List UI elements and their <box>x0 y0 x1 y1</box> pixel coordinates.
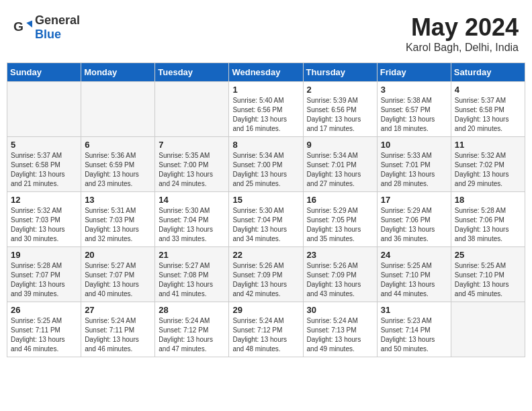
logo-icon: G <box>13 18 32 37</box>
weekday-header: SundayMondayTuesdayWednesdayThursdayFrid… <box>7 63 525 82</box>
day-info: Sunrise: 5:26 AM Sunset: 7:09 PM Dayligh… <box>307 261 373 299</box>
calendar-day-cell: 10Sunrise: 5:33 AM Sunset: 7:01 PM Dayli… <box>377 137 451 192</box>
calendar-day-cell: 12Sunrise: 5:32 AM Sunset: 7:03 PM Dayli… <box>7 192 81 247</box>
day-info: Sunrise: 5:37 AM Sunset: 6:58 PM Dayligh… <box>11 151 77 189</box>
calendar-day-cell: 14Sunrise: 5:30 AM Sunset: 7:04 PM Dayli… <box>155 192 229 247</box>
day-info: Sunrise: 5:33 AM Sunset: 7:01 PM Dayligh… <box>381 151 447 189</box>
day-number: 7 <box>159 140 225 150</box>
day-info: Sunrise: 5:28 AM Sunset: 7:07 PM Dayligh… <box>11 261 77 299</box>
day-info: Sunrise: 5:25 AM Sunset: 7:10 PM Dayligh… <box>455 261 521 299</box>
day-info: Sunrise: 5:25 AM Sunset: 7:11 PM Dayligh… <box>11 316 77 354</box>
day-info: Sunrise: 5:34 AM Sunset: 7:00 PM Dayligh… <box>232 151 299 189</box>
calendar-day-cell: 17Sunrise: 5:29 AM Sunset: 7:06 PM Dayli… <box>377 192 451 247</box>
day-number: 21 <box>159 250 225 260</box>
day-number: 6 <box>85 140 151 150</box>
calendar: SundayMondayTuesdayWednesdayThursdayFrid… <box>7 62 525 357</box>
calendar-day-cell: 28Sunrise: 5:24 AM Sunset: 7:12 PM Dayli… <box>155 302 229 357</box>
calendar-day-cell: 1Sunrise: 5:40 AM Sunset: 6:56 PM Daylig… <box>229 82 303 137</box>
day-number: 5 <box>11 140 77 150</box>
day-info: Sunrise: 5:23 AM Sunset: 7:14 PM Dayligh… <box>381 316 447 354</box>
calendar-day-cell: 30Sunrise: 5:24 AM Sunset: 7:13 PM Dayli… <box>303 302 377 357</box>
day-number: 15 <box>232 195 299 205</box>
calendar-day-cell: 31Sunrise: 5:23 AM Sunset: 7:14 PM Dayli… <box>377 302 451 357</box>
logo-text-general: General <box>35 13 80 27</box>
day-info: Sunrise: 5:32 AM Sunset: 7:02 PM Dayligh… <box>455 151 521 189</box>
weekday-header-cell: Saturday <box>451 63 525 82</box>
month-year: May 2024 <box>406 13 519 42</box>
location: Karol Bagh, Delhi, India <box>406 42 519 54</box>
weekday-header-cell: Thursday <box>303 63 377 82</box>
day-number: 17 <box>381 195 447 205</box>
calendar-day-cell: 24Sunrise: 5:25 AM Sunset: 7:10 PM Dayli… <box>377 247 451 302</box>
day-number: 28 <box>159 305 225 315</box>
day-info: Sunrise: 5:30 AM Sunset: 7:04 PM Dayligh… <box>159 206 225 244</box>
calendar-day-cell: 7Sunrise: 5:35 AM Sunset: 7:00 PM Daylig… <box>155 137 229 192</box>
day-number: 16 <box>307 195 373 205</box>
day-number: 9 <box>307 140 373 150</box>
calendar-day-cell: 3Sunrise: 5:38 AM Sunset: 6:57 PM Daylig… <box>377 82 451 137</box>
calendar-day-cell: 13Sunrise: 5:31 AM Sunset: 7:03 PM Dayli… <box>81 192 155 247</box>
calendar-day-cell <box>7 82 81 137</box>
day-number: 1 <box>232 85 299 95</box>
day-number: 19 <box>11 250 77 260</box>
day-number: 29 <box>232 305 299 315</box>
day-info: Sunrise: 5:37 AM Sunset: 6:58 PM Dayligh… <box>455 96 521 134</box>
calendar-day-cell: 4Sunrise: 5:37 AM Sunset: 6:58 PM Daylig… <box>451 82 525 137</box>
day-number: 22 <box>232 250 299 260</box>
calendar-day-cell: 29Sunrise: 5:24 AM Sunset: 7:12 PM Dayli… <box>229 302 303 357</box>
calendar-day-cell: 20Sunrise: 5:27 AM Sunset: 7:07 PM Dayli… <box>81 247 155 302</box>
day-info: Sunrise: 5:34 AM Sunset: 7:01 PM Dayligh… <box>307 151 373 189</box>
weekday-header-cell: Tuesday <box>155 63 229 82</box>
calendar-day-cell: 9Sunrise: 5:34 AM Sunset: 7:01 PM Daylig… <box>303 137 377 192</box>
calendar-day-cell: 6Sunrise: 5:36 AM Sunset: 6:59 PM Daylig… <box>81 137 155 192</box>
calendar-week-row: 26Sunrise: 5:25 AM Sunset: 7:11 PM Dayli… <box>7 302 525 357</box>
day-number: 2 <box>307 85 373 95</box>
calendar-day-cell: 18Sunrise: 5:28 AM Sunset: 7:06 PM Dayli… <box>451 192 525 247</box>
day-number: 23 <box>307 250 373 260</box>
day-number: 26 <box>11 305 77 315</box>
day-number: 3 <box>381 85 447 95</box>
calendar-week-row: 12Sunrise: 5:32 AM Sunset: 7:03 PM Dayli… <box>7 192 525 247</box>
calendar-day-cell: 26Sunrise: 5:25 AM Sunset: 7:11 PM Dayli… <box>7 302 81 357</box>
day-info: Sunrise: 5:27 AM Sunset: 7:08 PM Dayligh… <box>159 261 225 299</box>
calendar-day-cell: 15Sunrise: 5:30 AM Sunset: 7:04 PM Dayli… <box>229 192 303 247</box>
day-info: Sunrise: 5:35 AM Sunset: 7:00 PM Dayligh… <box>159 151 225 189</box>
day-number: 12 <box>11 195 77 205</box>
calendar-day-cell: 25Sunrise: 5:25 AM Sunset: 7:10 PM Dayli… <box>451 247 525 302</box>
calendar-day-cell: 5Sunrise: 5:37 AM Sunset: 6:58 PM Daylig… <box>7 137 81 192</box>
weekday-header-cell: Wednesday <box>229 63 303 82</box>
day-number: 24 <box>381 250 447 260</box>
calendar-week-row: 1Sunrise: 5:40 AM Sunset: 6:56 PM Daylig… <box>7 82 525 137</box>
calendar-day-cell <box>451 302 525 357</box>
day-info: Sunrise: 5:24 AM Sunset: 7:13 PM Dayligh… <box>307 316 373 354</box>
day-info: Sunrise: 5:29 AM Sunset: 7:06 PM Dayligh… <box>381 206 447 244</box>
day-info: Sunrise: 5:27 AM Sunset: 7:07 PM Dayligh… <box>85 261 151 299</box>
day-info: Sunrise: 5:26 AM Sunset: 7:09 PM Dayligh… <box>232 261 299 299</box>
day-info: Sunrise: 5:38 AM Sunset: 6:57 PM Dayligh… <box>381 96 447 134</box>
day-number: 4 <box>455 85 521 95</box>
svg-text:G: G <box>13 19 24 34</box>
day-number: 30 <box>307 305 373 315</box>
weekday-header-cell: Sunday <box>7 63 81 82</box>
day-info: Sunrise: 5:24 AM Sunset: 7:12 PM Dayligh… <box>232 316 299 354</box>
day-info: Sunrise: 5:30 AM Sunset: 7:04 PM Dayligh… <box>232 206 299 244</box>
calendar-day-cell: 21Sunrise: 5:27 AM Sunset: 7:08 PM Dayli… <box>155 247 229 302</box>
day-number: 11 <box>455 140 521 150</box>
logo-text-blue: Blue <box>35 28 61 41</box>
day-info: Sunrise: 5:29 AM Sunset: 7:05 PM Dayligh… <box>307 206 373 244</box>
day-info: Sunrise: 5:25 AM Sunset: 7:10 PM Dayligh… <box>381 261 447 299</box>
calendar-week-row: 5Sunrise: 5:37 AM Sunset: 6:58 PM Daylig… <box>7 137 525 192</box>
day-info: Sunrise: 5:24 AM Sunset: 7:12 PM Dayligh… <box>159 316 225 354</box>
calendar-week-row: 19Sunrise: 5:28 AM Sunset: 7:07 PM Dayli… <box>7 247 525 302</box>
day-number: 20 <box>85 250 151 260</box>
svg-marker-1 <box>26 21 32 28</box>
calendar-day-cell: 11Sunrise: 5:32 AM Sunset: 7:02 PM Dayli… <box>451 137 525 192</box>
header: G General Blue May 2024 Karol Bagh, Delh… <box>7 7 525 57</box>
day-info: Sunrise: 5:40 AM Sunset: 6:56 PM Dayligh… <box>232 96 299 134</box>
day-number: 31 <box>381 305 447 315</box>
day-info: Sunrise: 5:24 AM Sunset: 7:11 PM Dayligh… <box>85 316 151 354</box>
day-info: Sunrise: 5:31 AM Sunset: 7:03 PM Dayligh… <box>85 206 151 244</box>
day-number: 27 <box>85 305 151 315</box>
weekday-header-cell: Monday <box>81 63 155 82</box>
day-info: Sunrise: 5:32 AM Sunset: 7:03 PM Dayligh… <box>11 206 77 244</box>
